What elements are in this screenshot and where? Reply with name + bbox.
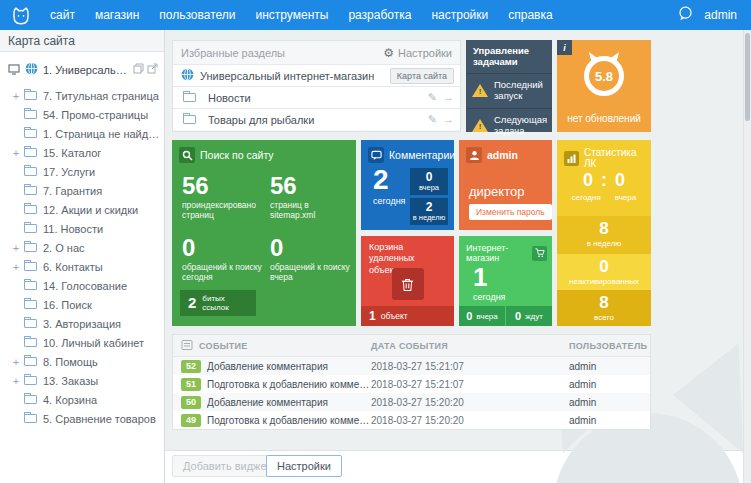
- dashboard-settings-button[interactable]: Настройки: [266, 455, 342, 477]
- scrollbar-thumb[interactable]: [745, 33, 750, 121]
- table-row[interactable]: 50Добавление комментария 2018-03-27 15:2…: [173, 393, 650, 411]
- broken-links-badge[interactable]: 2 битых ссылок: [180, 290, 256, 316]
- gear-icon: ⚙: [383, 46, 394, 60]
- folder-icon: [24, 224, 37, 233]
- sidebar-item[interactable]: 11. Новости: [0, 219, 164, 238]
- tree-item-label: 15. Каталог: [43, 147, 101, 159]
- favorites-title: Избранные разделы: [181, 47, 285, 59]
- sidebar-item[interactable]: 7. Гарантия: [0, 181, 164, 200]
- edit-pencil-icon[interactable]: ✎: [428, 91, 437, 104]
- column-date: ДАТА СОБЫТИЯ: [371, 341, 569, 351]
- sitemap-button[interactable]: Карта сайта: [390, 68, 454, 84]
- sidebar-item[interactable]: 5. Сравнение товаров: [0, 409, 164, 428]
- favorites-widget: Избранные разделы ⚙ Настройки Универсаль…: [172, 40, 461, 132]
- sidebar-item[interactable]: 54. Промо-страницы: [0, 105, 164, 124]
- tree-item-label: 4. Корзина: [43, 394, 97, 406]
- version-number: 5.8: [595, 69, 613, 84]
- info-icon[interactable]: i: [557, 40, 572, 55]
- version-gauge: 5.8: [584, 56, 624, 96]
- table-row[interactable]: 51Подготовка к добавлению комментария 20…: [173, 375, 650, 393]
- goto-arrow-icon[interactable]: →: [443, 113, 454, 126]
- menu-item-help[interactable]: справка: [498, 0, 562, 30]
- favorite-row[interactable]: Универсальный интернет-магазин Карта сай…: [173, 64, 460, 86]
- sidebar-item[interactable]: 3. Авторизация: [0, 314, 164, 333]
- expand-icon[interactable]: [10, 242, 22, 254]
- favorite-row[interactable]: Товары для рыбалки ✎ →: [173, 108, 460, 130]
- site-root-node[interactable]: 1. Универсальный интернет-магазин: [0, 52, 164, 81]
- tree-item-label: 12. Акции и скидки: [43, 204, 138, 216]
- favorite-label: Новости: [208, 92, 422, 104]
- vertical-scrollbar[interactable]: [743, 30, 751, 483]
- updates-widget: i 5.8 нет обновлений: [557, 40, 651, 132]
- expand-icon[interactable]: [10, 90, 22, 102]
- table-row[interactable]: 52Добавление комментария 2018-03-27 15:2…: [173, 357, 650, 375]
- menu-item-shop[interactable]: магазин: [85, 0, 149, 30]
- sidebar-item[interactable]: 16. Поиск: [0, 295, 164, 314]
- favorite-label: Товары для рыбалки: [208, 114, 422, 126]
- event-id-badge: 51: [181, 378, 201, 391]
- monitor-icon: [8, 63, 20, 77]
- expand-icon[interactable]: [10, 147, 22, 159]
- trash-count: 1 объект: [361, 306, 454, 326]
- main-menu: сайт магазин пользователи инструменты ра…: [40, 0, 563, 30]
- menu-item-tools[interactable]: инструменты: [246, 0, 339, 30]
- pages-icon[interactable]: [133, 63, 144, 76]
- trash-widget: Корзина удаленных объектов 1 объект: [361, 236, 454, 326]
- netcat-cat-logo-icon[interactable]: [10, 4, 32, 26]
- sidebar-item[interactable]: 1. Страница не найдена: [0, 124, 164, 143]
- favorites-settings-button[interactable]: ⚙ Настройки: [383, 46, 452, 60]
- change-password-button[interactable]: Изменить пароль: [469, 204, 552, 220]
- favorite-row[interactable]: Новости ✎ →: [173, 86, 460, 108]
- admin-dashboard: сайт магазин пользователи инструменты ра…: [0, 0, 751, 483]
- sidebar-item[interactable]: 6. Контакты: [0, 257, 164, 276]
- sidebar-item[interactable]: 12. Акции и скидки: [0, 200, 164, 219]
- goto-arrow-icon[interactable]: →: [443, 91, 454, 104]
- sidebar-title: Карта сайта: [0, 30, 164, 52]
- event-id-badge: 50: [181, 396, 201, 409]
- trash-icon[interactable]: [392, 268, 424, 300]
- folder-icon: [24, 167, 37, 176]
- edit-pencil-icon[interactable]: ✎: [428, 113, 437, 126]
- stat-sitemap: 56 страниц в sitemap.xml: [270, 174, 352, 220]
- current-user[interactable]: admin: [704, 8, 737, 22]
- account-role: директор: [469, 184, 524, 199]
- folder-icon: [24, 319, 37, 328]
- menu-item-users[interactable]: пользователи: [149, 0, 245, 30]
- sidebar-item[interactable]: 10. Личный кабинет: [0, 333, 164, 352]
- expand-icon[interactable]: [10, 375, 22, 387]
- table-row[interactable]: 49Подготовка к добавлению комментария 20…: [173, 411, 650, 429]
- expand-icon[interactable]: [10, 356, 22, 368]
- sidebar-item[interactable]: 7. Титульная страница: [0, 86, 164, 105]
- folder-icon: [24, 186, 37, 195]
- comments-today: 2 сегодня: [373, 166, 406, 206]
- sidebar-item[interactable]: 4. Корзина: [0, 390, 164, 409]
- menu-item-site[interactable]: сайт: [40, 0, 85, 30]
- tree-item-label: 11. Новости: [43, 223, 103, 235]
- folder-icon: [24, 300, 37, 309]
- site-search-widget: Поиск по сайту 56 проиндексировано стран…: [172, 140, 356, 326]
- shop-yesterday: 0 вчера: [459, 306, 505, 326]
- messages-bubble-icon[interactable]: [677, 5, 694, 26]
- user-icon: [466, 147, 482, 163]
- sidebar-item[interactable]: 8. Помощь: [0, 352, 164, 371]
- folder-icon: [24, 91, 37, 100]
- tree-item-label: 17. Услуги: [43, 166, 95, 178]
- task-label: Следующая задача: [494, 115, 547, 137]
- comments-title: Комментарии: [389, 149, 455, 161]
- tree-item-label: 7. Титульная страница: [43, 90, 159, 102]
- sidebar-item[interactable]: 13. Заказы: [0, 371, 164, 390]
- sidebar-item[interactable]: 2. О нас: [0, 238, 164, 257]
- sitemap-sidebar: Карта сайта 1. Универсальный интернет-ма…: [0, 30, 165, 483]
- tree-item-label: 2. О нас: [43, 242, 85, 254]
- menu-item-development[interactable]: разработка: [338, 0, 421, 30]
- open-external-icon[interactable]: [147, 63, 158, 76]
- task-next[interactable]: Следующая задача: [466, 109, 552, 144]
- menu-item-settings[interactable]: настройки: [421, 0, 498, 30]
- folder-icon: [24, 376, 37, 385]
- sidebar-item[interactable]: 15. Каталог: [0, 143, 164, 162]
- comments-week: 2 в неделю: [410, 198, 448, 225]
- task-last-run[interactable]: Последний запуск: [466, 74, 552, 109]
- sidebar-item[interactable]: 17. Услуги: [0, 162, 164, 181]
- sidebar-item[interactable]: 14. Голосование: [0, 276, 164, 295]
- expand-icon[interactable]: [10, 261, 22, 273]
